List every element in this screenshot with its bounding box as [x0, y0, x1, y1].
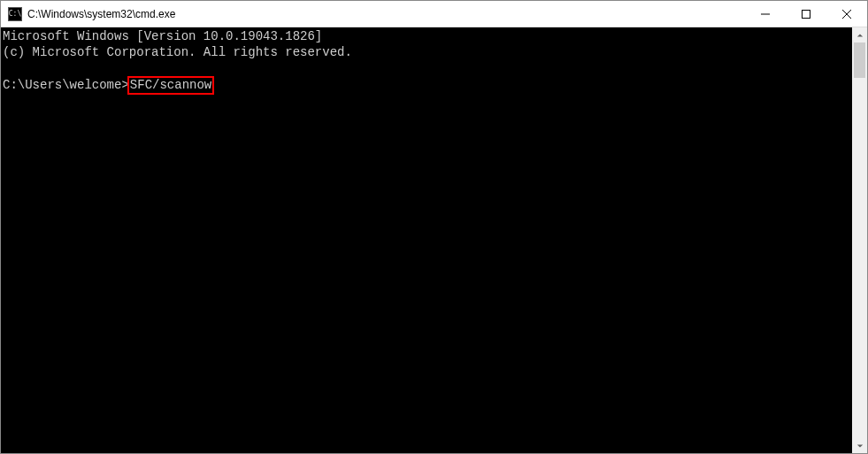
terminal-container: Microsoft Windows [Version 10.0.19043.18… — [1, 27, 867, 453]
prompt-line: C:\Users\welcome>SFC/scannow — [3, 76, 852, 96]
svg-rect-1 — [803, 10, 810, 18]
scrollbar-thumb[interactable] — [854, 42, 865, 78]
minimize-button[interactable] — [745, 1, 786, 27]
close-icon — [842, 10, 851, 19]
chevron-up-icon — [856, 32, 864, 39]
cmd-icon: C:\ — [8, 7, 22, 21]
window-title: C:\Windows\system32\cmd.exe — [27, 8, 745, 20]
window-controls — [745, 1, 867, 27]
vertical-scrollbar[interactable] — [852, 27, 867, 453]
scroll-down-button[interactable] — [852, 438, 867, 453]
output-line-1: Microsoft Windows [Version 10.0.19043.18… — [3, 29, 322, 43]
command-text: SFC/scannow — [130, 78, 211, 92]
scrollbar-track[interactable] — [852, 42, 867, 438]
prompt-text: C:\Users\welcome> — [3, 78, 129, 94]
titlebar[interactable]: C:\ C:\Windows\system32\cmd.exe — [1, 1, 867, 27]
scroll-up-button[interactable] — [852, 27, 867, 42]
cmd-icon-label: C:\ — [9, 11, 21, 18]
cmd-window: C:\ C:\Windows\system32\cmd.exe Microsof… — [0, 0, 868, 454]
minimize-icon — [761, 10, 770, 19]
close-button[interactable] — [826, 1, 867, 27]
command-highlight: SFC/scannow — [127, 76, 214, 96]
output-line-2: (c) Microsoft Corporation. All rights re… — [3, 45, 352, 59]
chevron-down-icon — [856, 442, 864, 450]
terminal-output[interactable]: Microsoft Windows [Version 10.0.19043.18… — [1, 27, 852, 453]
maximize-icon — [802, 10, 810, 19]
maximize-button[interactable] — [786, 1, 826, 27]
